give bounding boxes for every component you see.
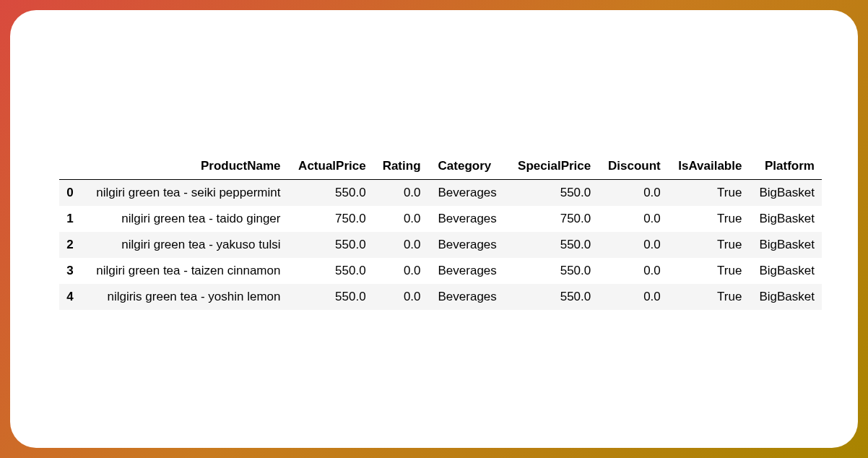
table-row: 0 nilgiri green tea - seiki peppermint 5… xyxy=(59,180,822,207)
header-actualprice: ActualPrice xyxy=(287,153,373,180)
cell-platform: BigBasket xyxy=(749,206,822,232)
header-discount: Discount xyxy=(598,153,668,180)
cell-actualprice: 550.0 xyxy=(287,232,373,258)
header-index xyxy=(59,153,81,180)
cell-category: Beverages xyxy=(428,180,508,207)
card-container: ProductName ActualPrice Rating Category … xyxy=(10,10,858,448)
header-isavailable: IsAvailable xyxy=(668,153,750,180)
header-specialprice: SpecialPrice xyxy=(507,153,598,180)
cell-platform: BigBasket xyxy=(749,258,822,284)
cell-category: Beverages xyxy=(428,232,508,258)
table-row: 2 nilgiri green tea - yakuso tulsi 550.0… xyxy=(59,232,822,258)
cell-actualprice: 550.0 xyxy=(287,284,373,310)
row-index: 0 xyxy=(59,180,81,207)
table-row: 1 nilgiri green tea - taido ginger 750.0… xyxy=(59,206,822,232)
cell-specialprice: 550.0 xyxy=(507,180,598,207)
dataframe-table-wrap: ProductName ActualPrice Rating Category … xyxy=(59,153,822,310)
cell-rating: 0.0 xyxy=(373,284,428,310)
cell-rating: 0.0 xyxy=(373,258,428,284)
dataframe-table: ProductName ActualPrice Rating Category … xyxy=(59,153,822,310)
cell-platform: BigBasket xyxy=(749,232,822,258)
row-index: 2 xyxy=(59,232,81,258)
row-index: 4 xyxy=(59,284,81,310)
table-row: 3 nilgiri green tea - taizen cinnamon 55… xyxy=(59,258,822,284)
row-index: 3 xyxy=(59,258,81,284)
header-productname: ProductName xyxy=(81,153,287,180)
cell-specialprice: 750.0 xyxy=(507,206,598,232)
table-row: 4 nilgiris green tea - yoshin lemon 550.… xyxy=(59,284,822,310)
cell-isavailable: True xyxy=(668,206,750,232)
cell-isavailable: True xyxy=(668,258,750,284)
cell-discount: 0.0 xyxy=(598,232,668,258)
header-rating: Rating xyxy=(373,153,428,180)
header-row: ProductName ActualPrice Rating Category … xyxy=(59,153,822,180)
header-category: Category xyxy=(428,153,508,180)
cell-productname: nilgiri green tea - taizen cinnamon xyxy=(81,258,287,284)
cell-platform: BigBasket xyxy=(749,284,822,310)
cell-productname: nilgiri green tea - seiki peppermint xyxy=(81,180,287,207)
cell-category: Beverages xyxy=(428,284,508,310)
cell-productname: nilgiri green tea - taido ginger xyxy=(81,206,287,232)
row-index: 1 xyxy=(59,206,81,232)
cell-specialprice: 550.0 xyxy=(507,284,598,310)
cell-specialprice: 550.0 xyxy=(507,258,598,284)
cell-specialprice: 550.0 xyxy=(507,232,598,258)
cell-actualprice: 750.0 xyxy=(287,206,373,232)
cell-category: Beverages xyxy=(428,258,508,284)
cell-actualprice: 550.0 xyxy=(287,258,373,284)
cell-isavailable: True xyxy=(668,232,750,258)
cell-rating: 0.0 xyxy=(373,180,428,207)
cell-actualprice: 550.0 xyxy=(287,180,373,207)
cell-rating: 0.0 xyxy=(373,206,428,232)
cell-discount: 0.0 xyxy=(598,206,668,232)
cell-isavailable: True xyxy=(668,180,750,207)
header-platform: Platform xyxy=(749,153,822,180)
cell-category: Beverages xyxy=(428,206,508,232)
cell-isavailable: True xyxy=(668,284,750,310)
cell-discount: 0.0 xyxy=(598,180,668,207)
cell-productname: nilgiri green tea - yakuso tulsi xyxy=(81,232,287,258)
cell-productname: nilgiris green tea - yoshin lemon xyxy=(81,284,287,310)
cell-rating: 0.0 xyxy=(373,232,428,258)
cell-discount: 0.0 xyxy=(598,258,668,284)
cell-discount: 0.0 xyxy=(598,284,668,310)
cell-platform: BigBasket xyxy=(749,180,822,207)
